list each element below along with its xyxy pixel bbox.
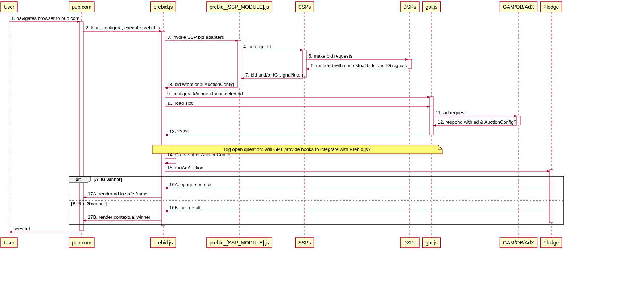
participant-label: Fledge (544, 4, 559, 10)
msg-label: 13. ???? (169, 129, 188, 134)
participant-gam: GAM/OB/AdX (500, 238, 537, 248)
participant-label: SSPs (298, 4, 311, 10)
msg-label: 3. invoke SSP bid adapters (167, 34, 224, 40)
participant-ssps: SSPs (295, 238, 314, 248)
participant-fledge: Fledge (540, 238, 562, 248)
note-text: Big open question: Will GPT provide hook… (224, 147, 371, 152)
msg-label: 11. ad request (435, 110, 466, 115)
participant-prebid: prebid.js (151, 2, 176, 12)
activation-gam (517, 116, 520, 125)
participant-label: User (4, 4, 15, 10)
participant-pub: pub.com (69, 238, 94, 248)
participant-module: prebid_[SSP_MODULE].js (207, 238, 272, 248)
participant-fledge: Fledge (540, 2, 562, 12)
msg-label: 16B. null result (169, 205, 201, 210)
msg-label: 5. make bid requests (309, 53, 352, 59)
alt-label: alt (76, 177, 81, 182)
activation-gpt (430, 97, 433, 135)
msg-label: 10. load slot (167, 100, 193, 106)
participant-label: User (4, 240, 15, 246)
msg-label: 8. bid w/optional AuctionConfig (169, 82, 234, 87)
msg-label: 4. ad request (243, 44, 271, 49)
msg-label: 9. configure k/v pairs for selected ad (167, 91, 243, 96)
participant-gpt: gpt.js (422, 2, 440, 12)
participant-label: gpt.js (425, 240, 437, 246)
participant-label: GAM/OB/AdX (503, 4, 534, 10)
participant-module: prebid_[SSP_MODULE].js (207, 2, 272, 12)
participant-gpt: gpt.js (422, 238, 440, 248)
msg-arrow (165, 158, 176, 163)
participant-label: prebid_[SSP_MODULE].js (210, 4, 269, 10)
participant-label: prebid_[SSP_MODULE].js (210, 240, 269, 246)
participant-label: pub.com (72, 240, 91, 246)
participant-label: SSPs (298, 240, 311, 246)
activation-prebid (161, 31, 165, 226)
participant-gam: GAM/OB/AdX (500, 2, 537, 12)
alt-cond-b: [B: No IG winner] (71, 201, 107, 206)
activation-dsps (408, 59, 412, 69)
participant-label: DSPs (403, 4, 416, 10)
msg-label: sees ad (13, 226, 30, 231)
participant-user: User (1, 2, 17, 12)
alt-cond-a: [A: IG winner] (94, 177, 122, 182)
activation-pub (80, 22, 83, 231)
participant-label: gpt.js (425, 4, 437, 10)
msg-label: 17B. render contextual winner (88, 214, 150, 220)
msg-label: 15. runAdAuction (167, 165, 203, 170)
msg-label: 17A. render ad in safe frame (88, 191, 148, 197)
participant-dsps: DSPs (400, 238, 419, 248)
msg-label: 2. load, configure, execute prebid.js (86, 25, 160, 30)
activation-module (238, 41, 241, 87)
participant-label: Fledge (544, 240, 559, 246)
msg-label: 6. respond with contextual bids and IG s… (311, 63, 407, 68)
participant-ssps: SSPs (295, 2, 314, 12)
participant-dsps: DSPs (400, 2, 419, 12)
msg-label: 7. bid and/or IG signal/intent (245, 72, 305, 78)
participant-label: GAM/OB/AdX (503, 240, 534, 246)
participant-label: prebid.js (154, 240, 173, 246)
participant-label: DSPs (403, 240, 416, 246)
msg-label: 1. navigates browser to pub.com (11, 16, 79, 21)
msg-label: 16A. opaque pointer (169, 182, 212, 187)
participant-label: prebid.js (154, 4, 173, 10)
msg-label: 12. respond with ad & AuctionConfig? (438, 119, 516, 125)
participant-user: User (1, 238, 17, 248)
activation-fledge (549, 170, 553, 223)
participant-pub: pub.com (69, 2, 94, 12)
participant-prebid: prebid.js (151, 238, 176, 248)
msg-label: 14. Create uber AuctionConfig (167, 152, 230, 157)
participant-label: pub.com (72, 4, 91, 10)
